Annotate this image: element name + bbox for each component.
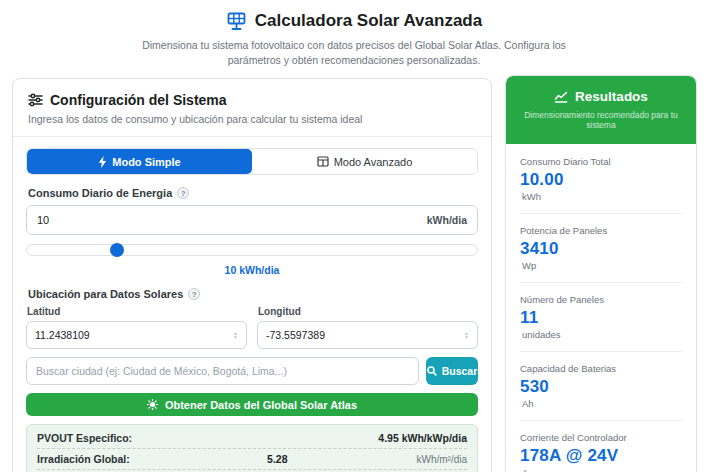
sliders-icon	[28, 93, 43, 107]
search-button-label: Buscar	[442, 365, 478, 377]
page-title: Calculadora Solar Avanzada	[255, 11, 482, 31]
row-unit: kWh/m²/dia	[341, 454, 467, 465]
result-value: 178A @ 24V	[520, 446, 682, 466]
result-item-paneles: Número de Paneles 11 unidades	[520, 294, 682, 340]
location-label-row: Ubicación para Datos Solares ?	[28, 288, 476, 300]
number-spinner-icon[interactable]: ▲▼	[464, 331, 469, 339]
page-subtitle: Dimensiona tu sistema fotovoltaico con d…	[134, 38, 574, 68]
consumption-input[interactable]: 10 kWh/dia	[26, 205, 478, 235]
results-header: Resultados Dimensionamiento recomendado …	[506, 76, 696, 144]
fetch-atlas-button-label: Obtener Datos del Global Solar Atlas	[165, 399, 357, 411]
consumption-label: Consumo Diario de Energia	[28, 187, 172, 199]
result-value: 11	[520, 308, 682, 328]
solar-data-table: PVOUT Especifico: 4.95 kWh/kWp/dia Irrad…	[26, 424, 478, 472]
longitude-value: -73.5597389	[266, 329, 325, 341]
result-label: Número de Paneles	[520, 294, 682, 305]
tab-modo-avanzado-label: Modo Avanzado	[334, 156, 413, 168]
divider	[520, 420, 682, 421]
number-spinner-icon[interactable]: ▲▼	[233, 331, 238, 339]
consumption-slider[interactable]	[26, 244, 478, 256]
question-icon[interactable]: ?	[188, 288, 200, 300]
result-label: Capacidad de Baterias	[520, 363, 682, 374]
config-subtitle: Ingresa los datos de consumo y ubicación…	[28, 113, 476, 125]
result-item-baterias: Capacidad de Baterias 530 Ah	[520, 363, 682, 409]
tab-modo-simple[interactable]: Modo Simple	[27, 149, 252, 174]
config-title: Configuración del Sistema	[50, 92, 227, 108]
divider	[520, 213, 682, 214]
result-unit: A	[520, 467, 682, 472]
fetch-atlas-button[interactable]: Obtener Datos del Global Solar Atlas	[26, 393, 478, 416]
result-value: 3410	[520, 239, 682, 259]
row-label: PVOUT Especifico:	[37, 432, 214, 444]
table-row: PVOUT Especifico: 4.95 kWh/kWp/dia	[37, 427, 467, 448]
divider	[520, 351, 682, 352]
tab-modo-avanzado[interactable]: Modo Avanzado	[252, 149, 477, 174]
results-title: Resultados	[575, 89, 648, 104]
solar-calculator-page: Calculadora Solar Avanzada Dimensiona tu…	[0, 0, 708, 472]
latlon-row: Latitud 11.2438109 ▲▼ Longitud -73.55973…	[26, 306, 478, 349]
row-value: 5.28	[214, 453, 340, 465]
bolt-icon	[98, 156, 107, 168]
result-value: 10.00	[520, 170, 682, 190]
mode-tabs: Modo Simple Modo Avanzado	[26, 148, 478, 175]
search-button[interactable]: Buscar	[426, 357, 478, 385]
table-row: Irradiación Global: 5.28 kWh/m²/dia	[37, 448, 467, 469]
consumption-value: 10	[37, 214, 49, 226]
consumption-unit: kWh/dia	[427, 214, 467, 226]
longitude-field[interactable]: -73.5597389 ▲▼	[257, 321, 478, 349]
city-search-row: Buscar ciudad (ej: Ciudad de México, Bog…	[26, 357, 478, 385]
result-value: 530	[520, 377, 682, 397]
consumption-slider-caption: 10 kWh/dia	[26, 264, 478, 276]
result-unit: Ah	[520, 398, 682, 409]
config-card: Configuración del Sistema Ingresa los da…	[12, 78, 492, 472]
config-card-header: Configuración del Sistema Ingresa los da…	[13, 79, 491, 137]
consumption-slider-thumb[interactable]	[110, 243, 124, 257]
result-unit: unidades	[520, 329, 682, 340]
search-icon	[427, 366, 437, 376]
latitude-label: Latitud	[27, 306, 246, 317]
config-card-body: Modo Simple Modo Avanzado Consumo Diario…	[13, 137, 491, 472]
results-card: Resultados Dimensionamiento recomendado …	[505, 75, 697, 472]
sun-icon	[147, 399, 158, 410]
grid-icon	[317, 156, 329, 167]
result-item-controlador: Corriente del Controlador 178A @ 24V A	[520, 432, 682, 472]
result-unit: Wp	[520, 260, 682, 271]
latitude-value: 11.2438109	[35, 329, 90, 341]
app-header: Calculadora Solar Avanzada Dimensiona tu…	[0, 0, 708, 68]
row-unit: 4.95 kWh/kWp/dia	[341, 432, 467, 444]
location-label: Ubicación para Datos Solares	[28, 288, 183, 300]
tab-modo-simple-label: Modo Simple	[112, 156, 180, 168]
latitude-field[interactable]: 11.2438109 ▲▼	[26, 321, 247, 349]
result-label: Corriente del Controlador	[520, 432, 682, 443]
result-item-potencia: Potencia de Paneles 3410 Wp	[520, 225, 682, 271]
row-label: Irradiación Global:	[37, 453, 214, 465]
result-item-consumo: Consumo Diario Total 10.00 kWh	[520, 156, 682, 202]
result-unit: kWh	[520, 191, 682, 202]
result-label: Potencia de Paneles	[520, 225, 682, 236]
question-icon[interactable]: ?	[177, 187, 189, 199]
solar-panel-icon	[226, 12, 247, 31]
result-label: Consumo Diario Total	[520, 156, 682, 167]
line-chart-icon	[554, 91, 568, 103]
longitude-label: Longitud	[258, 306, 477, 317]
results-subtitle: Dimensionamiento recomendado para tu sis…	[516, 110, 686, 130]
city-search-input[interactable]: Buscar ciudad (ej: Ciudad de México, Bog…	[26, 357, 419, 385]
city-search-placeholder: Buscar ciudad (ej: Ciudad de México, Bog…	[36, 365, 287, 377]
divider	[520, 282, 682, 283]
results-body: Consumo Diario Total 10.00 kWh Potencia …	[506, 144, 696, 472]
consumption-label-row: Consumo Diario de Energia ?	[28, 187, 476, 199]
